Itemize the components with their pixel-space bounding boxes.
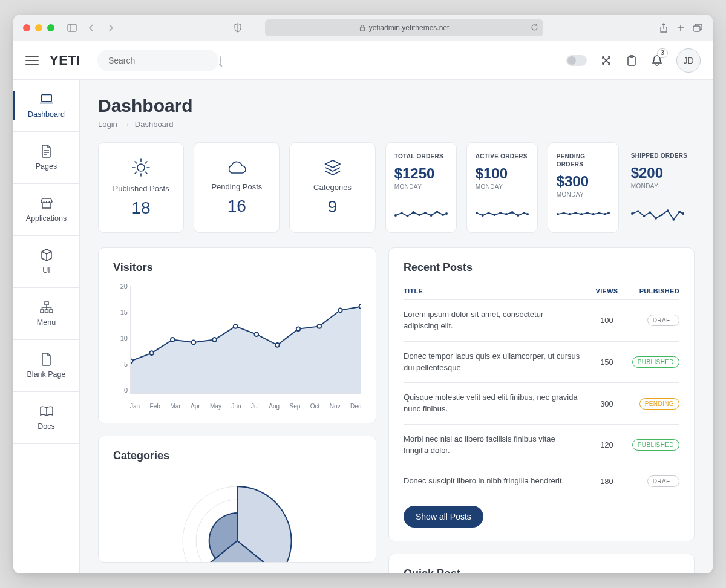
- svg-rect-0: [68, 24, 76, 31]
- search-input[interactable]: [107, 55, 215, 66]
- svg-point-33: [418, 214, 420, 216]
- search-box[interactable]: [97, 50, 218, 71]
- stat-active-orders[interactable]: ACTIVE ORDERS $100 MONDAY: [466, 142, 538, 233]
- cloud-icon: [226, 160, 247, 175]
- sidebar-item-ui[interactable]: UI: [13, 236, 79, 288]
- clipboard-icon[interactable]: [626, 54, 638, 67]
- file-icon: [39, 353, 54, 365]
- shield-icon[interactable]: [232, 22, 243, 33]
- svg-point-55: [592, 213, 594, 215]
- brand-logo[interactable]: YETI: [50, 53, 80, 68]
- post-status: PENDING: [625, 398, 679, 410]
- stat-published-posts[interactable]: Published Posts 18: [98, 142, 184, 233]
- sparkline: [394, 206, 448, 223]
- sidebar-item-docs[interactable]: Docs: [13, 392, 79, 444]
- notification-badge: 3: [657, 48, 668, 58]
- fullscreen-icon[interactable]: [600, 54, 612, 67]
- stat-day: MONDAY: [476, 183, 503, 190]
- menu-toggle[interactable]: [25, 56, 39, 65]
- sidebar-item-pages[interactable]: Pages: [13, 132, 79, 184]
- post-status: DRAFT: [625, 315, 679, 326]
- svg-point-48: [526, 213, 529, 215]
- stat-label: Published Posts: [113, 184, 169, 193]
- notifications-icon[interactable]: 3: [651, 54, 663, 67]
- sidebar: Dashboard Pages Applications: [13, 80, 80, 573]
- sidebar-label: Applications: [26, 214, 67, 223]
- post-views: 120: [589, 440, 625, 449]
- svg-point-62: [649, 211, 651, 214]
- table-row[interactable]: Lorem ipsum dolor sit amet, consectetur …: [404, 299, 679, 341]
- svg-point-80: [359, 304, 361, 309]
- svg-point-66: [672, 218, 675, 221]
- svg-point-19: [137, 164, 145, 171]
- reload-icon[interactable]: [531, 24, 538, 31]
- svg-rect-14: [45, 302, 48, 305]
- share-icon[interactable]: [658, 22, 669, 33]
- stat-pending-orders[interactable]: PENDING ORDERS $300 MONDAY: [548, 142, 619, 233]
- stat-value: $200: [631, 165, 663, 181]
- sidebar-item-dashboard[interactable]: Dashboard: [13, 80, 79, 132]
- stat-day: MONDAY: [394, 183, 422, 190]
- back-button[interactable]: [85, 21, 98, 34]
- breadcrumb-item[interactable]: Login: [98, 120, 117, 129]
- svg-point-40: [481, 214, 483, 217]
- sidebar-label: UI: [42, 266, 50, 275]
- svg-rect-15: [41, 310, 44, 313]
- avatar[interactable]: JD: [676, 48, 701, 73]
- panel-title: Recent Posts: [404, 261, 679, 274]
- stat-pending-posts[interactable]: Pending Posts 16: [194, 142, 280, 233]
- svg-point-54: [586, 212, 589, 214]
- svg-point-77: [296, 327, 301, 331]
- post-views: 150: [589, 358, 625, 367]
- sidebar-label: Pages: [36, 162, 57, 171]
- window-controls[interactable]: [23, 24, 54, 31]
- panel-title: Visitors: [113, 261, 361, 274]
- sidebar-item-menu[interactable]: Menu: [13, 288, 79, 340]
- breadcrumb-item[interactable]: Dashboard: [135, 120, 174, 129]
- svg-point-36: [436, 211, 438, 213]
- forward-button[interactable]: [104, 21, 117, 34]
- svg-point-79: [338, 308, 342, 312]
- panel-title: Quick Post: [404, 567, 679, 573]
- stat-title: TOTAL ORDERS: [394, 152, 443, 160]
- th-title: TITLE: [404, 287, 589, 295]
- post-status: DRAFT: [625, 475, 679, 487]
- svg-point-39: [476, 212, 478, 214]
- sidebar-item-blank-page[interactable]: Blank Page: [13, 340, 79, 392]
- url-text: yetiadmin.yetithemes.net: [369, 24, 450, 32]
- svg-point-49: [557, 213, 559, 215]
- table-row[interactable]: Donec tempor lacus quis ex ullamcorper, …: [404, 341, 679, 383]
- browser-chrome: yetiadmin.yetithemes.net: [13, 15, 713, 41]
- svg-point-60: [636, 210, 639, 212]
- svg-point-37: [442, 214, 444, 216]
- show-all-posts-button[interactable]: Show all Posts: [404, 506, 483, 528]
- sun-icon: [131, 158, 151, 177]
- sidebar-toggle-icon[interactable]: [65, 21, 79, 34]
- stat-categories[interactable]: Categories 9: [289, 142, 375, 233]
- sidebar-item-applications[interactable]: Applications: [13, 184, 79, 236]
- table-row[interactable]: Quisque molestie velit sed elit finibus,…: [404, 382, 679, 424]
- svg-point-59: [631, 212, 633, 215]
- sitemap-icon: [39, 301, 54, 313]
- maximize-window[interactable]: [47, 24, 54, 31]
- new-tab-icon[interactable]: [675, 22, 686, 33]
- svg-rect-16: [45, 310, 48, 313]
- book-icon: [39, 405, 54, 417]
- svg-point-68: [682, 212, 684, 215]
- stat-day: MONDAY: [557, 191, 584, 198]
- close-window[interactable]: [23, 24, 30, 31]
- minimize-window[interactable]: [35, 24, 42, 31]
- dark-mode-toggle[interactable]: [566, 55, 587, 66]
- stat-total-orders[interactable]: TOTAL ORDERS $1250 MONDAY: [385, 142, 457, 233]
- categories-chart: [113, 471, 361, 563]
- table-row[interactable]: Morbi nec nisl ac libero facilisis finib…: [404, 424, 679, 466]
- table-row[interactable]: Donec suscipit libero in nibh fringilla …: [404, 466, 679, 496]
- quick-post-panel: Quick Post: [388, 554, 695, 573]
- stat-shipped-orders[interactable]: SHIPPED ORDERS $200 MONDAY: [629, 142, 695, 233]
- address-bar[interactable]: yetiadmin.yetithemes.net: [265, 19, 543, 36]
- stat-label: Categories: [313, 183, 352, 192]
- svg-point-56: [598, 212, 600, 214]
- svg-line-24: [135, 162, 137, 163]
- svg-point-31: [406, 215, 408, 217]
- tabs-icon[interactable]: [692, 22, 703, 33]
